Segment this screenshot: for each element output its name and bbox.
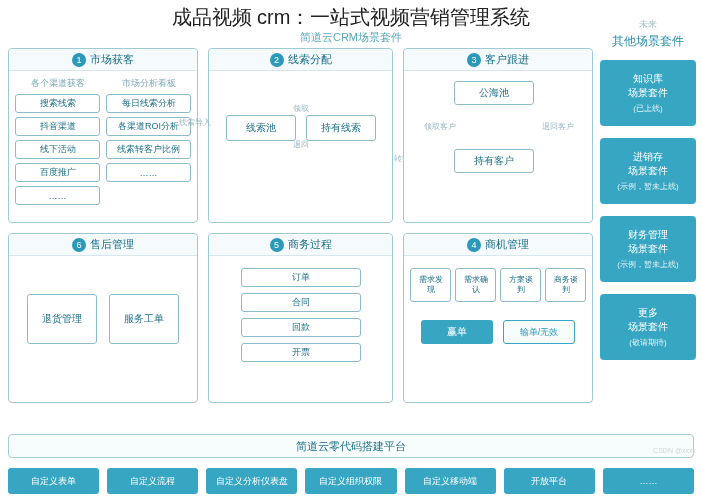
badge-icon: 1 — [72, 53, 86, 67]
chip: …… — [15, 186, 100, 205]
panel-header: 2 线索分配 — [209, 49, 392, 71]
feature-chip: 自定义组织权限 — [305, 468, 396, 494]
chip: 线索转客户比例 — [106, 140, 191, 159]
chip: 线下活动 — [15, 140, 100, 159]
badge-icon: 2 — [270, 53, 284, 67]
col-channels: 各个渠道获客 搜索线索 抖音渠道 线下活动 百度推广 …… — [15, 77, 100, 216]
badge-icon: 3 — [467, 53, 481, 67]
badge-icon: 5 — [270, 238, 284, 252]
card-line: 更多 — [604, 306, 692, 320]
panel-title: 商机管理 — [485, 237, 529, 252]
col-head: 各个渠道获客 — [15, 77, 100, 90]
rc-title: 其他场景套件 — [600, 33, 696, 50]
stage: 商务谈判 — [545, 268, 586, 302]
panel-biz-process: 5 商务过程 订单 合同 回款 开票 — [208, 233, 393, 403]
feature-chip: 自定义流程 — [107, 468, 198, 494]
step: 订单 — [241, 268, 361, 287]
panel-header: 4 商机管理 — [404, 234, 592, 256]
step: 开票 — [241, 343, 361, 362]
chip: 抖音渠道 — [15, 117, 100, 136]
card-sub: (已上线) — [604, 103, 692, 114]
owned-customer: 持有客户 — [454, 149, 534, 173]
panel-title: 售后管理 — [90, 237, 134, 252]
service-ticket: 服务工单 — [109, 294, 179, 344]
badge-icon: 4 — [467, 238, 481, 252]
feature-chip: 开放平台 — [504, 468, 595, 494]
card-sub: (示例，暂未上线) — [604, 259, 692, 270]
card-line: 知识库 — [604, 72, 692, 86]
diagram-main: 1 市场获客 各个渠道获客 搜索线索 抖音渠道 线下活动 百度推广 …… 市场分… — [8, 48, 594, 436]
owned-leads: 持有线索 — [306, 115, 376, 141]
card-sub: (示例，暂未上线) — [604, 181, 692, 192]
panel-header: 6 售后管理 — [9, 234, 197, 256]
lose-chip: 输单/无效 — [503, 320, 575, 344]
chip: 每日线索分析 — [106, 94, 191, 113]
feature-chip: 自定义表单 — [8, 468, 99, 494]
card-line: 场景套件 — [604, 320, 692, 334]
card-sub: (敬请期待) — [604, 337, 692, 348]
lead-pool: 线索池 — [226, 115, 296, 141]
col-head: 市场分析看板 — [106, 77, 191, 90]
flow-label: 退回客户 — [542, 121, 574, 132]
feature-chip: …… — [603, 468, 694, 494]
right-sidebar: 未来 其他场景套件 知识库 场景套件 (已上线) 进销存 场景套件 (示例，暂未… — [600, 18, 696, 372]
suite-card: 进销存 场景套件 (示例，暂未上线) — [600, 138, 696, 204]
step: 合同 — [241, 293, 361, 312]
panel-lead-assign: 2 线索分配 线索池 持有线索 线索导入 领取 退回 转换为 — [208, 48, 393, 223]
card-line: 财务管理 — [604, 228, 692, 242]
panel-title: 市场获客 — [90, 52, 134, 67]
return-mgmt: 退货管理 — [27, 294, 97, 344]
public-pool: 公海池 — [454, 81, 534, 105]
chip: …… — [106, 163, 191, 182]
panel-header: 1 市场获客 — [9, 49, 197, 71]
platform-bar: 简道云零代码搭建平台 — [8, 434, 694, 458]
panel-customer-follow: 3 客户跟进 公海池 持有客户 领取客户 退回客户 — [403, 48, 593, 223]
stage: 方案谈判 — [500, 268, 541, 302]
page-title: 成品视频 crm：一站式视频营销管理系统 — [0, 4, 702, 31]
flow-label: 领取 — [293, 103, 309, 114]
flow-label: 领取客户 — [424, 121, 456, 132]
panel-market: 1 市场获客 各个渠道获客 搜索线索 抖音渠道 线下活动 百度推广 …… 市场分… — [8, 48, 198, 223]
win-chip: 赢单 — [421, 320, 493, 344]
panel-title: 线索分配 — [288, 52, 332, 67]
suite-card: 更多 场景套件 (敬请期待) — [600, 294, 696, 360]
card-line: 场景套件 — [604, 86, 692, 100]
panel-title: 客户跟进 — [485, 52, 529, 67]
panel-opportunity: 4 商机管理 需求发现 需求确认 方案谈判 商务谈判 赢单 输单/无效 — [403, 233, 593, 403]
flow-label: 退回 — [293, 139, 309, 150]
sub-title: 简道云CRM场景套件 — [0, 30, 702, 45]
stage: 需求确认 — [455, 268, 496, 302]
stage: 需求发现 — [410, 268, 451, 302]
suite-card: 财务管理 场景套件 (示例，暂未上线) — [600, 216, 696, 282]
watermark: CSDN @xxxx — [653, 447, 696, 454]
chip: 搜索线索 — [15, 94, 100, 113]
suite-card: 知识库 场景套件 (已上线) — [600, 60, 696, 126]
feature-chip: 自定义移动端 — [405, 468, 496, 494]
badge-icon: 6 — [72, 238, 86, 252]
feature-chip: 自定义分析仪表盘 — [206, 468, 297, 494]
col-analytics: 市场分析看板 每日线索分析 各渠道ROI分析 线索转客户比例 …… — [106, 77, 191, 216]
flow-label: 线索导入 — [179, 117, 211, 128]
panel-title: 商务过程 — [288, 237, 332, 252]
panel-header: 5 商务过程 — [209, 234, 392, 256]
panel-header: 3 客户跟进 — [404, 49, 592, 71]
panel-aftersale: 6 售后管理 退货管理 服务工单 — [8, 233, 198, 403]
bottom-features: 自定义表单 自定义流程 自定义分析仪表盘 自定义组织权限 自定义移动端 开放平台… — [8, 468, 694, 494]
card-line: 进销存 — [604, 150, 692, 164]
card-line: 场景套件 — [604, 242, 692, 256]
card-line: 场景套件 — [604, 164, 692, 178]
chip: 百度推广 — [15, 163, 100, 182]
step: 回款 — [241, 318, 361, 337]
